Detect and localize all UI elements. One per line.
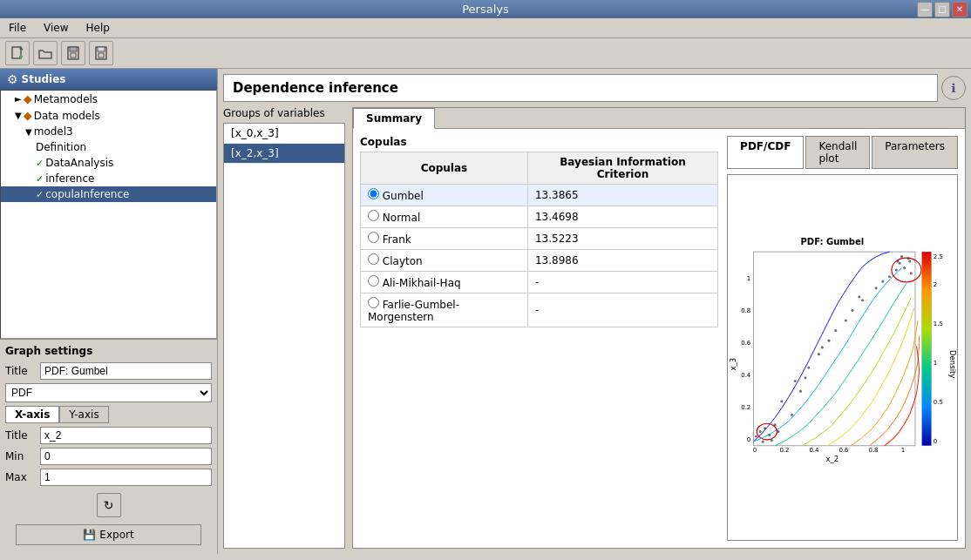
menu-file[interactable]: File [3,20,31,36]
groups-list: [x_0,x_3] [x_2,x_3] [223,123,345,549]
svg-point-15 [771,439,773,442]
save-as-button[interactable] [61,41,85,65]
copula-bic-1: 13.4698 [527,206,717,228]
datamodels-icon: ◆ [24,109,32,122]
export-button[interactable]: 💾 Export [16,524,201,545]
pdf-cdf-tab[interactable]: PDF/CDF [727,136,804,169]
info-button[interactable]: ℹ [941,76,966,100]
cb-tick-4: 2 [934,281,937,288]
axis-title-row: Title [5,427,212,444]
x-tick-4: 0.8 [869,447,879,454]
col-bic: Bayesian Information Criterion [527,152,717,185]
menu-help[interactable]: Help [81,20,115,36]
copula-radio-0[interactable]: Gumbel [361,185,528,206]
new-button[interactable] [5,41,30,65]
summary-tab[interactable]: Summary [353,108,435,129]
copulainference-label: copulaInference [45,188,129,200]
min-row: Min [5,448,212,465]
col-copulas: Copulas [361,152,528,185]
toolbar [0,38,971,69]
copula-bic-4: - [527,272,717,293]
y-tick-5: 1 [747,275,750,282]
content-area: Dependence inference ℹ Groups of variabl… [218,69,971,554]
copula-row-2[interactable]: Frank 13.5223 [361,228,718,250]
graph-settings-title: Graph settings [5,345,212,357]
studies-title: Studies [22,73,66,85]
check-icon-3: ✓ [36,189,44,200]
tree-item-copulainference[interactable]: ✓ copulaInference [1,186,216,202]
y-tick-3: 0.6 [741,340,750,347]
metamodels-label: Metamodels [34,93,98,105]
graph-settings: Graph settings Title PDF CDF X-axis Y-ax… [0,339,217,554]
close-button[interactable]: ✕ [952,2,968,17]
minimize-button[interactable]: — [917,2,933,17]
x-tick-1: 0.2 [780,447,790,454]
title-input[interactable] [40,362,212,380]
cb-tick-2: 1 [934,360,937,367]
copula-radio-4[interactable]: Ali-Mikhail-Haq [361,272,528,293]
groups-label: Groups of variables [223,107,345,119]
copula-row-5[interactable]: Farlie-Gumbel-Morgenstern - [361,293,718,327]
tree-item-datamodels[interactable]: ▼ ◆ Data models [1,107,216,124]
chart-plot-area [753,252,915,446]
check-icon-2: ✓ [36,173,44,185]
inference-label: inference [45,172,94,185]
copula-radio-1[interactable]: Normal [361,206,528,228]
copula-radio-5[interactable]: Farlie-Gumbel-Morgenstern [361,293,528,327]
svg-point-14 [762,441,764,443]
y-axis-label: x_3 [729,358,737,371]
copula-radio-2[interactable]: Frank [361,228,528,250]
tree-item-definition[interactable]: Definition [1,139,216,155]
copula-radio-3[interactable]: Clayton [361,250,528,272]
export-label: Export [99,529,133,541]
save-button[interactable] [89,41,113,65]
type-row: PDF CDF [5,383,212,402]
maximize-button[interactable]: □ [934,2,950,17]
group-item-1[interactable]: [x_2,x_3] [224,144,344,164]
copula-row-0[interactable]: Gumbel 13.3865 [361,185,718,206]
arrow-right-icon: ► [15,94,22,104]
tree-item-inference[interactable]: ✓ inference [1,171,216,186]
x-tick-3: 0.6 [839,447,849,454]
svg-point-11 [768,434,771,436]
axis-title-input[interactable] [40,427,212,444]
x-axis-tab[interactable]: X-axis [5,406,59,423]
group-item-0[interactable]: [x_0,x_3] [224,124,344,144]
copula-row-3[interactable]: Clayton 13.8986 [361,250,718,272]
y-axis-tab[interactable]: Y-axis [59,406,108,423]
studies-icon: ⚙ [7,72,18,86]
tree-item-metamodels[interactable]: ► ◆ Metamodels [1,91,216,107]
cb-tick-5: 2.5 [934,253,943,260]
open-button[interactable] [33,41,58,65]
svg-rect-6 [71,53,76,57]
max-row: Max [5,469,212,486]
svg-point-29 [908,260,911,262]
datamodels-label: Data models [34,110,100,122]
svg-rect-8 [98,47,105,51]
type-select[interactable]: PDF CDF [5,383,212,402]
svg-point-16 [755,435,757,437]
parameters-tab[interactable]: Parameters [872,136,958,169]
x-tick-2: 0.4 [810,447,820,454]
kendall-tab[interactable]: Kendall plot [805,136,870,169]
refresh-button[interactable]: ↻ [97,493,121,517]
density-label: Density [948,350,957,378]
menubar: File View Help [0,18,971,38]
svg-point-22 [834,329,837,332]
min-input[interactable] [40,448,212,465]
svg-point-21 [828,340,831,342]
max-input[interactable] [40,469,212,486]
max-label: Max [5,471,37,483]
tree-item-dataanalysis[interactable]: ✓ DataAnalysis [1,155,216,171]
svg-point-12 [759,430,762,433]
svg-point-40 [804,376,806,379]
svg-point-10 [764,427,766,429]
y-tick-4: 0.8 [741,307,750,314]
chart-svg: PDF: Gumbel x_3 0 0.2 0.4 0.6 0.8 1 [728,175,957,540]
svg-point-17 [777,430,780,433]
tree-item-model3[interactable]: ▼ model3 [1,124,216,139]
copula-row-1[interactable]: Normal 13.4698 [361,206,718,228]
definition-label: Definition [36,141,86,153]
copula-row-4[interactable]: Ali-Mikhail-Haq - [361,272,718,293]
menu-view[interactable]: View [38,20,73,36]
